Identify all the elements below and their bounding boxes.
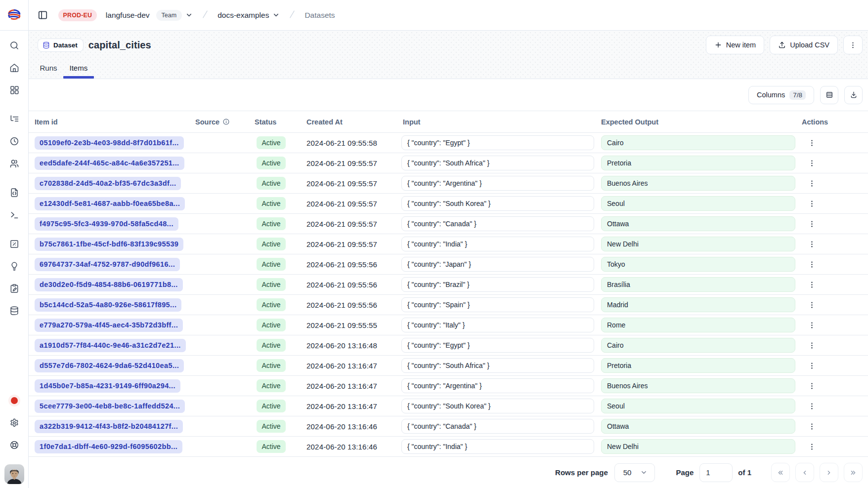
prompts-file-icon[interactable] bbox=[4, 183, 24, 203]
breadcrumb-current-page[interactable]: Datasets bbox=[304, 11, 335, 20]
datasets-database-icon[interactable] bbox=[4, 301, 24, 321]
row-actions-kebab-icon[interactable] bbox=[803, 337, 820, 354]
item-id-pill[interactable]: 1f0e7da1-dbff-4e60-929d-f6095602bb... bbox=[35, 440, 182, 453]
columns-button[interactable]: Columns 7/8 bbox=[748, 86, 814, 104]
expected-output-box[interactable]: New Delhi bbox=[601, 237, 795, 251]
input-value-box[interactable]: { "country": "Canada" } bbox=[401, 216, 594, 231]
input-value-box[interactable]: { "country": "South Africa" } bbox=[401, 156, 594, 170]
expected-output-box[interactable]: Madrid bbox=[601, 297, 795, 312]
item-id-pill[interactable]: 05109ef0-2e3b-4e03-98dd-8f7d01b61f... bbox=[35, 136, 184, 150]
expected-output-box[interactable]: Seoul bbox=[601, 196, 795, 211]
column-header-expected-output[interactable]: Expected Output bbox=[595, 118, 796, 126]
expected-output-box[interactable]: Cairo bbox=[601, 338, 795, 353]
row-actions-kebab-icon[interactable] bbox=[803, 155, 820, 171]
tracing-icon[interactable] bbox=[4, 109, 24, 129]
expected-output-box[interactable]: New Delhi bbox=[601, 439, 795, 454]
column-header-status[interactable]: Status bbox=[249, 118, 301, 126]
row-actions-kebab-icon[interactable] bbox=[803, 215, 820, 232]
org-chevron-down-icon[interactable] bbox=[185, 11, 193, 19]
search-icon[interactable] bbox=[4, 36, 24, 55]
item-id-pill[interactable]: 1d45b0e7-b85a-4231-9149-6ff90a294... bbox=[35, 379, 180, 393]
breadcrumb-org[interactable]: langfuse-dev bbox=[106, 11, 150, 20]
input-value-box[interactable]: { "country": "Italy" } bbox=[401, 318, 594, 332]
row-actions-kebab-icon[interactable] bbox=[803, 398, 820, 414]
input-value-box[interactable]: { "country": "South Korea" } bbox=[401, 399, 594, 413]
item-id-pill[interactable]: b5c144cd-52a5-4a80-926e-58617f895... bbox=[35, 298, 181, 312]
input-value-box[interactable]: { "country": "South Korea" } bbox=[401, 196, 594, 211]
recording-indicator[interactable] bbox=[4, 391, 24, 410]
home-icon[interactable] bbox=[4, 58, 24, 78]
tab-items[interactable]: Items bbox=[63, 60, 94, 79]
breadcrumb-project[interactable]: docs-examples bbox=[217, 11, 269, 20]
page-more-actions-button[interactable] bbox=[843, 36, 863, 54]
input-value-box[interactable]: { "country": "South Africa" } bbox=[401, 358, 594, 373]
item-id-pill[interactable]: de30d2e0-f5d9-4854-88b6-0619771b8... bbox=[35, 278, 183, 291]
input-value-box[interactable]: { "country": "Egypt" } bbox=[401, 338, 594, 353]
row-height-button[interactable] bbox=[820, 86, 838, 104]
sidebar-toggle-icon[interactable] bbox=[34, 7, 51, 24]
row-actions-kebab-icon[interactable] bbox=[803, 438, 820, 455]
next-page-button[interactable] bbox=[820, 463, 838, 482]
row-actions-kebab-icon[interactable] bbox=[803, 418, 820, 435]
project-chevron-down-icon[interactable] bbox=[272, 11, 280, 19]
row-actions-kebab-icon[interactable] bbox=[803, 296, 820, 313]
input-value-box[interactable]: { "country": "Canada" } bbox=[401, 419, 594, 434]
expected-output-box[interactable]: Rome bbox=[601, 318, 795, 332]
row-actions-kebab-icon[interactable] bbox=[803, 276, 820, 293]
expected-output-box[interactable]: Cairo bbox=[601, 135, 795, 150]
judge-lightbulb-icon[interactable] bbox=[4, 256, 24, 276]
langfuse-logo[interactable] bbox=[0, 0, 28, 30]
expected-output-box[interactable]: Ottawa bbox=[601, 419, 795, 434]
row-actions-kebab-icon[interactable] bbox=[803, 317, 820, 333]
input-value-box[interactable]: { "country": "Japan" } bbox=[401, 257, 594, 272]
input-value-box[interactable]: { "country": "Brazil" } bbox=[401, 277, 594, 292]
annotation-clipboard-pen-icon[interactable] bbox=[4, 279, 24, 298]
item-id-pill[interactable]: f4975c95-5fc3-4939-970d-58fa5cd48... bbox=[35, 217, 178, 231]
dataset-type-badge[interactable]: Dataset bbox=[38, 39, 84, 52]
row-actions-kebab-icon[interactable] bbox=[803, 195, 820, 212]
input-value-box[interactable]: { "country": "Spain" } bbox=[401, 297, 594, 312]
export-download-button[interactable] bbox=[844, 86, 863, 104]
row-actions-kebab-icon[interactable] bbox=[803, 175, 820, 192]
tab-runs[interactable]: Runs bbox=[34, 60, 63, 79]
first-page-button[interactable] bbox=[771, 463, 790, 482]
item-id-pill[interactable]: 69764737-34af-4752-9787-d90df9616... bbox=[35, 258, 180, 271]
last-page-button[interactable] bbox=[844, 463, 863, 482]
input-value-box[interactable]: { "country": "India" } bbox=[401, 237, 594, 251]
expected-output-box[interactable]: Buenos Aires bbox=[601, 176, 795, 191]
rows-per-page-select[interactable]: 50 bbox=[614, 463, 655, 482]
column-header-item-id[interactable]: Item id bbox=[29, 118, 189, 126]
item-id-pill[interactable]: a322b319-9412-4f43-b8f2-b20484127f... bbox=[35, 420, 183, 433]
item-id-pill[interactable]: e779a270-579a-4f45-aec4-35b72d3bff... bbox=[35, 319, 183, 332]
users-icon[interactable] bbox=[4, 154, 24, 173]
environment-badge[interactable]: PROD-EU bbox=[58, 9, 97, 21]
row-actions-kebab-icon[interactable] bbox=[803, 377, 820, 394]
support-lifebuoy-icon[interactable] bbox=[4, 435, 24, 455]
expected-output-box[interactable]: Pretoria bbox=[601, 358, 795, 373]
expected-output-box[interactable]: Tokyo bbox=[601, 257, 795, 272]
new-item-button[interactable]: New item bbox=[706, 36, 764, 54]
expected-output-box[interactable]: Brasília bbox=[601, 277, 795, 292]
expected-output-box[interactable]: Buenos Aires bbox=[601, 378, 795, 393]
expected-output-box[interactable]: Seoul bbox=[601, 399, 795, 413]
settings-gear-icon[interactable] bbox=[4, 413, 24, 433]
user-avatar[interactable] bbox=[4, 464, 24, 484]
input-value-box[interactable]: { "country": "Argentina" } bbox=[401, 176, 594, 191]
column-header-source[interactable]: Source bbox=[189, 118, 249, 126]
input-value-box[interactable]: { "country": "Argentina" } bbox=[401, 378, 594, 393]
page-number-input[interactable] bbox=[699, 463, 733, 482]
row-actions-kebab-icon[interactable] bbox=[803, 134, 820, 151]
dashboard-icon[interactable] bbox=[4, 80, 24, 100]
item-id-pill[interactable]: b75c7861-1fbe-45cf-bdf6-83f139c95539 bbox=[35, 238, 183, 251]
row-actions-kebab-icon[interactable] bbox=[803, 236, 820, 252]
column-header-input[interactable]: Input bbox=[397, 118, 595, 126]
evaluation-square-percent-icon[interactable] bbox=[4, 234, 24, 254]
input-value-box[interactable]: { "country": "India" } bbox=[401, 439, 594, 454]
playground-terminal-icon[interactable] bbox=[4, 205, 24, 225]
row-actions-kebab-icon[interactable] bbox=[803, 256, 820, 273]
item-id-pill[interactable]: eed5dafe-244f-465c-a84c-4a6e357251... bbox=[35, 157, 184, 170]
input-value-box[interactable]: { "country": "Egypt" } bbox=[401, 135, 594, 150]
column-header-created-at[interactable]: Created At bbox=[301, 118, 397, 126]
item-id-pill[interactable]: e12430df-5e81-4687-aabb-f0ea65be8a... bbox=[35, 197, 185, 210]
previous-page-button[interactable] bbox=[795, 463, 814, 482]
